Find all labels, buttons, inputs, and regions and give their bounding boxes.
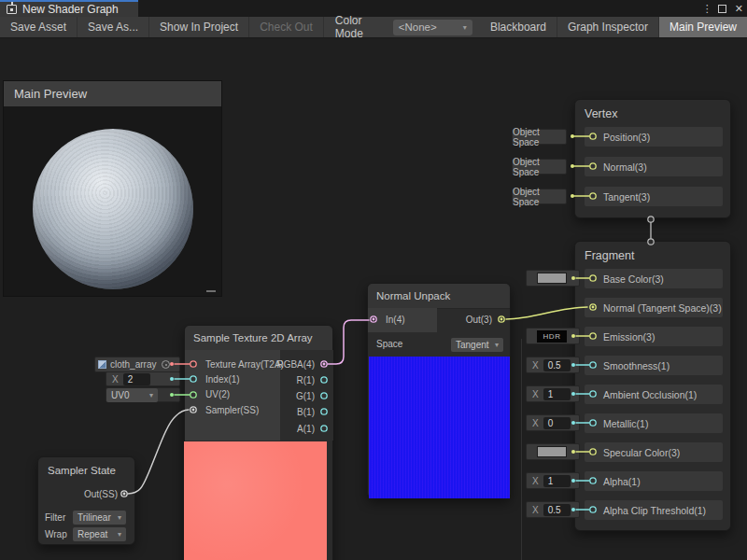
sample-texture-preview: [184, 441, 327, 560]
number-input[interactable]: 0.5: [543, 359, 571, 371]
fragment-row-specular-color[interactable]: Specular Color(3): [585, 442, 723, 462]
tangent-space-pill[interactable]: Object Space: [512, 189, 567, 204]
chevron-down-icon: ▾: [118, 513, 121, 522]
row-label: Base Color(3): [603, 273, 664, 285]
maximize-icon[interactable]: [718, 5, 726, 13]
uv-channel-widget: UV0 ▾: [106, 387, 180, 402]
number-input[interactable]: 0.5: [543, 504, 571, 516]
input-label-index: Index(1): [205, 374, 240, 385]
vertex-node-title: Vertex: [575, 100, 730, 126]
color-mode-dropdown[interactable]: <None> ▾: [393, 20, 472, 35]
output-label-g: G(1): [296, 391, 315, 401]
object-picker-icon[interactable]: [162, 360, 170, 369]
color-mode-label: Color Mode: [324, 17, 393, 37]
fragment-row-base-color[interactable]: Base Color(3): [585, 269, 723, 288]
smoothness-field[interactable]: X 0.5: [526, 357, 580, 373]
metallic-field[interactable]: X 0: [526, 414, 580, 431]
row-label: Normal(3): [603, 161, 647, 173]
input-label-texture-array: Texture Array(T2A): [205, 359, 284, 370]
x-label: X: [532, 360, 539, 371]
row-label: Alpha(1): [603, 476, 641, 487]
resize-handle[interactable]: [206, 290, 216, 292]
in-label: In(4): [386, 315, 405, 325]
row-label: Ambient Occlusion(1): [603, 389, 697, 400]
show-in-project-button[interactable]: Show In Project: [149, 17, 249, 37]
row-label: Normal (Tangent Space)(3): [603, 302, 722, 314]
normal-map-preview: [369, 357, 510, 498]
chevron-down-icon: ▾: [463, 23, 467, 32]
fragment-node-title: Fragment: [575, 242, 730, 268]
main-preview-panel[interactable]: Main Preview: [3, 80, 222, 297]
vertex-row-tangent[interactable]: Tangent(3): [585, 187, 723, 206]
close-icon[interactable]: ✕: [735, 3, 743, 15]
color-swatch: [537, 446, 567, 457]
main-preview-header[interactable]: Main Preview: [4, 81, 221, 106]
preview-sphere: [33, 129, 193, 289]
fragment-row-metallic[interactable]: Metallic(1): [585, 413, 723, 433]
number-input[interactable]: 1: [543, 388, 571, 400]
tab-title: New Shader Graph: [22, 3, 119, 16]
vertex-node[interactable]: Vertex Position(3) Normal(3) Tangent(3): [574, 99, 731, 218]
normal-space-pill[interactable]: Object Space: [512, 159, 567, 175]
normal-unpack-title: Normal Unpack: [368, 284, 510, 309]
chevron-down-icon: ▾: [149, 391, 153, 399]
fragment-row-normal[interactable]: Normal (Tangent Space)(3): [585, 298, 723, 317]
graph-inspector-button[interactable]: Graph Inspector: [557, 17, 659, 37]
space-dropdown[interactable]: Tangent ▾: [451, 338, 503, 352]
number-input[interactable]: 0: [543, 417, 571, 429]
row-label: Specular Color(3): [603, 447, 680, 458]
graph-canvas[interactable]: Main Preview Vertex Position(3) Normal(3…: [0, 38, 747, 560]
alpha-clip-field[interactable]: X 0.5: [526, 501, 580, 518]
chevron-down-icon: ▾: [495, 341, 499, 349]
fragment-row-alpha-clip[interactable]: Alpha Clip Threshold(1): [585, 500, 723, 520]
filter-value: Trilinear: [78, 512, 111, 523]
ambient-occlusion-field[interactable]: X 1: [526, 385, 580, 402]
position-space-pill[interactable]: Object Space: [512, 129, 567, 145]
sample-node-title: Sample Texture 2D Array: [185, 326, 332, 351]
wrap-dropdown[interactable]: Repeat ▾: [73, 527, 126, 541]
fragment-row-alpha[interactable]: Alpha(1): [585, 471, 723, 491]
texture-array-object-field[interactable]: cloth_array: [94, 357, 180, 372]
blackboard-button[interactable]: Blackboard: [480, 17, 557, 37]
fragment-row-smoothness[interactable]: Smoothness(1): [585, 356, 723, 375]
color-mode-value: <None>: [399, 21, 437, 33]
binding-label: Object Space: [513, 157, 566, 177]
number-input[interactable]: 2: [123, 373, 150, 385]
wrap-value: Repeat: [78, 529, 107, 539]
row-label: Emission(3): [603, 331, 655, 343]
uv-value: UV0: [111, 390, 129, 400]
row-label: Tangent(3): [603, 191, 650, 203]
kebab-menu-icon[interactable]: ⋮: [702, 3, 710, 15]
vertex-row-position[interactable]: Position(3): [585, 127, 723, 147]
row-label: Metallic(1): [603, 418, 648, 429]
specular-color-swatch[interactable]: [526, 443, 580, 460]
wrap-label: Wrap: [45, 529, 67, 539]
alpha-field[interactable]: X 1: [526, 472, 580, 489]
emission-hdr-swatch[interactable]: HDR: [526, 328, 580, 344]
sampler-state-node[interactable]: Sampler State Out(SS) Filter Trilinear ▾…: [37, 456, 135, 545]
fragment-node[interactable]: Fragment Base Color(3) Normal (Tangent S…: [574, 241, 731, 531]
out-ss-label: Out(SS): [84, 489, 118, 499]
x-label: X: [532, 505, 539, 515]
save-as-button[interactable]: Save As...: [78, 17, 149, 37]
color-swatch: [537, 273, 567, 284]
x-label: X: [532, 418, 539, 428]
index-field[interactable]: X 2: [106, 371, 180, 386]
fragment-row-ambient-occlusion[interactable]: Ambient Occlusion(1): [585, 385, 723, 404]
row-label: Alpha Clip Threshold(1): [603, 505, 706, 516]
base-color-swatch[interactable]: [526, 270, 580, 287]
vertex-row-normal[interactable]: Normal(3): [585, 157, 723, 176]
output-label-b: B(1): [297, 407, 315, 417]
number-input[interactable]: 1: [543, 475, 571, 487]
input-label-sampler: Sampler(SS): [205, 405, 259, 415]
output-label-r: R(1): [297, 375, 315, 385]
x-label: X: [112, 374, 119, 385]
shader-graph-window: New Shader Graph ⋮ ✕ Save Asset Save As.…: [0, 0, 747, 560]
save-asset-button[interactable]: Save Asset: [0, 17, 78, 37]
main-preview-button[interactable]: Main Preview: [659, 17, 747, 37]
toolbar: Save Asset Save As... Show In Project Ch…: [0, 17, 747, 38]
filter-dropdown[interactable]: Trilinear ▾: [73, 511, 126, 525]
fragment-row-emission[interactable]: Emission(3): [585, 327, 723, 346]
uv-channel-dropdown[interactable]: UV0 ▾: [106, 388, 158, 402]
tab-new-shader-graph[interactable]: New Shader Graph: [0, 0, 138, 17]
